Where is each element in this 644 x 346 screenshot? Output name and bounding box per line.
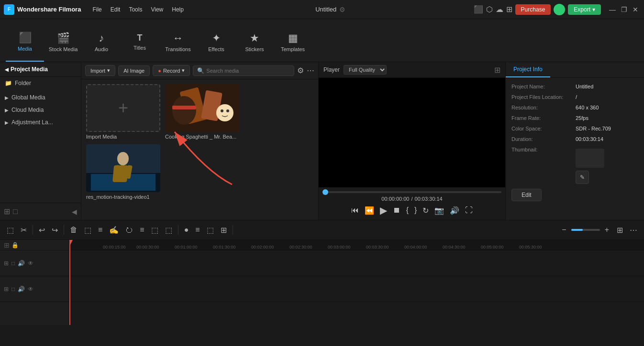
player-tab[interactable]: Player	[323, 66, 340, 73]
track-area-1[interactable]	[69, 276, 644, 302]
tl-grid[interactable]: ⊞	[219, 224, 229, 237]
avatar-icon[interactable]	[554, 4, 565, 15]
tl-rotate[interactable]: ⭮	[123, 224, 135, 236]
more-options-icon[interactable]: ⋯	[307, 66, 314, 75]
prev-frame-button[interactable]: ⏮	[351, 206, 359, 215]
menu-view[interactable]: View	[147, 5, 167, 14]
track2-eye-icon[interactable]: 👁	[28, 260, 33, 267]
menu-file[interactable]: File	[89, 5, 105, 14]
media-item-import[interactable]: + Import Media	[86, 84, 160, 140]
project-info-tab[interactable]: Project Info	[506, 62, 550, 77]
thumbnail-edit-icon-button[interactable]: ✎	[576, 171, 589, 184]
export-button[interactable]: Export ▾	[568, 4, 601, 15]
nav-transitions[interactable]: ↔ Transitions	[159, 22, 197, 62]
track2-icon[interactable]: ⊞	[4, 260, 9, 267]
svg-point-7	[226, 109, 229, 112]
nav-audio[interactable]: ♪ Audio	[82, 22, 121, 62]
nav-stock-media[interactable]: 🎬 Stock Media	[44, 22, 82, 62]
tree-item-cloud-media[interactable]: ▶ Cloud Media	[0, 104, 81, 116]
media-item-motion[interactable]: 00:00:06 ▣	[86, 144, 160, 200]
zoom-in-button[interactable]: +	[602, 225, 612, 235]
zoom-out-button[interactable]: −	[559, 225, 569, 235]
rewind-button[interactable]: ⏪	[365, 206, 374, 215]
tl-undo[interactable]: ↩	[37, 224, 47, 237]
menu-help[interactable]: Help	[168, 5, 188, 14]
purchase-button[interactable]: Purchase	[515, 4, 551, 15]
bracket-close-button[interactable]: }	[414, 206, 417, 215]
track1-eye-icon[interactable]: 👁	[28, 286, 33, 292]
add-folder-icon[interactable]: ⊞	[4, 207, 10, 216]
tl-ai-tool[interactable]: ⬚	[163, 224, 174, 237]
tree-item-folder[interactable]: 📁 Folder	[0, 77, 81, 89]
bracket-open-button[interactable]: {	[406, 206, 409, 215]
panel-collapse-icon[interactable]: ◀	[5, 67, 9, 72]
track2-volume-icon[interactable]: 🔊	[18, 260, 25, 267]
import-thumb[interactable]: +	[86, 84, 160, 132]
icon-cloud[interactable]: ☁	[496, 5, 503, 14]
track-area-2[interactable]	[69, 250, 644, 276]
panel-toggle-icon[interactable]: ◀	[72, 208, 77, 216]
filter-icon[interactable]: ⚙	[297, 66, 304, 75]
media-item-cooking[interactable]: 00:02:59 ✓	[165, 84, 239, 140]
ai-image-button[interactable]: AI Image	[118, 65, 150, 76]
tl-snap[interactable]: ⬚	[205, 224, 216, 237]
icon-share[interactable]: ⬡	[486, 5, 493, 14]
menu-bar: File Edit Tools View Help	[89, 5, 188, 14]
edit-button[interactable]: Edit	[511, 189, 542, 201]
record-button[interactable]: ● Record ▾	[153, 65, 190, 76]
tl-edit-tool[interactable]: ✂	[19, 224, 29, 237]
menu-tools[interactable]: Tools	[125, 5, 146, 14]
tl-delete[interactable]: 🗑	[68, 224, 79, 236]
nav-titles[interactable]: T Titles	[121, 22, 159, 62]
menu-edit[interactable]: Edit	[107, 5, 124, 14]
snapshot-button[interactable]: 📷	[434, 206, 444, 215]
motion-thumb[interactable]: 00:00:06 ▣	[86, 144, 160, 192]
maximize-button[interactable]: ❐	[619, 5, 629, 14]
folder-action-icon[interactable]: □	[13, 207, 18, 216]
play-button[interactable]: ▶	[380, 205, 387, 216]
tl-adjust[interactable]: ≡	[138, 224, 146, 236]
timeline-tracks[interactable]: 00:00:15:00 00:00:30:00 00:01:00:00 00:0…	[69, 240, 644, 325]
tl-layout[interactable]: ⊞	[615, 224, 625, 237]
progress-bar[interactable]	[322, 191, 501, 193]
track1-icon[interactable]: ⊞	[4, 286, 9, 292]
zoom-slider[interactable]	[571, 229, 600, 231]
tl-text[interactable]: ✍	[107, 224, 121, 237]
tl-motion[interactable]: ⬚	[149, 224, 160, 237]
icon-screen[interactable]: ⬛	[474, 5, 483, 14]
close-button[interactable]: ✕	[631, 5, 640, 14]
progress-knob[interactable]	[322, 189, 328, 195]
tl-speed[interactable]: ≡	[96, 224, 104, 236]
tl-more[interactable]: ≡	[193, 224, 201, 236]
tl-crop[interactable]: ⬚	[82, 224, 93, 237]
nav-stickers[interactable]: ★ Stickers	[235, 22, 274, 62]
nav-media[interactable]: ⬛ Media	[6, 22, 44, 62]
expand-button[interactable]: ⛶	[465, 206, 473, 215]
nav-effects[interactable]: ✦ Effects	[197, 22, 235, 62]
track2-fold-icon[interactable]: □	[11, 260, 15, 267]
folder-label: Folder	[15, 80, 31, 86]
cooking-thumb[interactable]: 00:02:59 ✓	[165, 84, 239, 132]
import-button[interactable]: Import ▾	[85, 65, 115, 76]
tree-item-adjustment[interactable]: ▶ Adjustment La...	[0, 116, 81, 129]
lock-icon[interactable]: 🔒	[11, 242, 19, 249]
add-track-icon[interactable]: ⊞	[4, 241, 10, 249]
nav-templates[interactable]: ▦ Templates	[274, 22, 312, 62]
track1-volume-icon[interactable]: 🔊	[18, 286, 25, 292]
tree-item-global-media[interactable]: ▶ Global Media	[0, 91, 81, 104]
minimize-button[interactable]: —	[608, 5, 617, 14]
search-input[interactable]	[206, 68, 290, 74]
time-display: 00:00:00:00 / 00:03:30:14	[322, 196, 501, 202]
quality-select[interactable]: Full Quality	[344, 65, 387, 75]
tl-select-tool[interactable]: ⬚	[5, 224, 16, 237]
loop-button[interactable]: ↻	[422, 206, 429, 215]
player-fullscreen-icon[interactable]: ⊞	[494, 65, 500, 75]
tl-voice[interactable]: ●	[182, 224, 191, 236]
tl-redo[interactable]: ↪	[50, 224, 60, 237]
volume-button[interactable]: 🔊	[450, 206, 459, 215]
tl-options[interactable]: ⋯	[628, 224, 639, 237]
project-settings-icon[interactable]: ⚙	[339, 6, 345, 13]
track1-fold-icon[interactable]: □	[11, 286, 15, 292]
icon-grid[interactable]: ⊞	[506, 5, 512, 14]
stop-button[interactable]: ⏹	[393, 206, 400, 215]
